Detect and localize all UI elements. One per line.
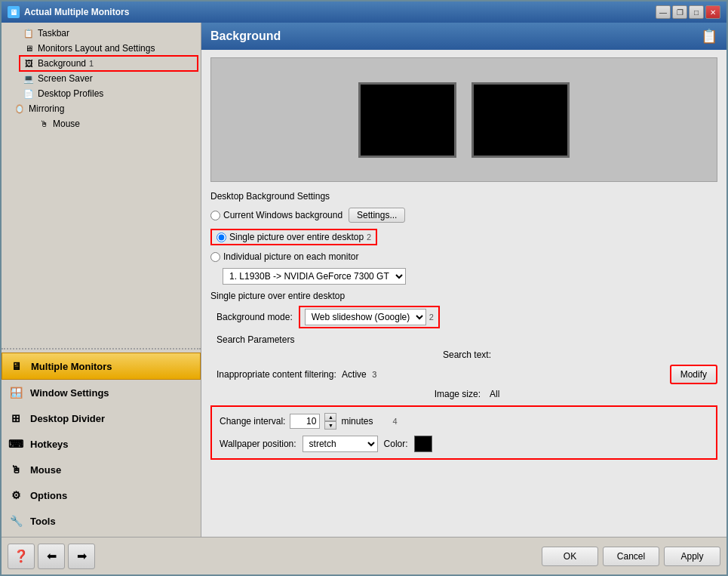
sidebar-item-desktop-profiles-label: Desktop Profiles <box>38 88 103 99</box>
apply-button[interactable]: Apply <box>664 547 720 566</box>
monitor-screen-left <box>358 82 456 158</box>
individual-picture-row: Individual picture on each monitor <box>210 251 717 262</box>
sidebar-item-background-label: Background <box>38 58 86 69</box>
change-interval-label: Change interval: <box>220 416 285 427</box>
mouse-icon: 🖱 <box>38 118 50 130</box>
section-title: Desktop Background Settings <box>210 191 717 202</box>
nav-desktop-divider[interactable]: ⊞ Desktop Divider <box>2 405 201 431</box>
current-windows-bg-row: Current Windows background Settings... <box>210 208 717 223</box>
sidebar-item-screensaver[interactable]: 💻 Screen Saver <box>20 71 198 86</box>
title-bar-buttons: — ❐ □ ✕ <box>656 5 720 19</box>
monitor-select-row: 1. L1930B -> NVIDIA GeForce 7300 GT <box>223 268 717 285</box>
nav-mouse-icon: 🖱 <box>8 461 24 478</box>
nav-multiple-monitors-label: Multiple Monitors <box>31 361 112 372</box>
bg-mode-row: Background mode: Web slideshow (Google) … <box>210 306 717 328</box>
search-text-label: Search text: <box>443 350 491 360</box>
filtering-value: Active <box>342 369 367 380</box>
nav-mouse[interactable]: 🖱 Mouse <box>2 457 201 482</box>
monitor-select[interactable]: 1. L1930B -> NVIDIA GeForce 7300 GT <box>223 268 406 285</box>
modify-button[interactable]: Modify <box>670 365 717 384</box>
nav-hotkeys-icon: ⌨ <box>8 436 24 452</box>
interval-row: Change interval: ▲ ▼ minutes 4 <box>220 413 708 430</box>
bg-mode-label: Background mode: <box>217 312 293 322</box>
window-title: Actual Multiple Monitors <box>24 7 129 17</box>
forward-button[interactable]: ➡ <box>68 544 95 569</box>
image-size-label: Image size: <box>435 389 481 399</box>
bg-mode-badge: 2 <box>429 313 434 322</box>
maximize-button[interactable]: □ <box>689 5 704 19</box>
wallpaper-position-select[interactable]: stretch <box>303 436 378 452</box>
spinner-up-button[interactable]: ▲ <box>324 413 336 421</box>
spinner-down-button[interactable]: ▼ <box>324 421 336 430</box>
cancel-button[interactable]: Cancel <box>603 547 659 566</box>
close-button[interactable]: ✕ <box>705 5 720 19</box>
current-bg-radio[interactable] <box>210 211 220 220</box>
main-window: 🖥 Actual Multiple Monitors — ❐ □ ✕ 📋 Tas… <box>0 0 728 576</box>
sidebar-item-taskbar-label: Taskbar <box>38 28 69 39</box>
nav-options[interactable]: ⚙ Options <box>2 482 201 508</box>
color-label: Color: <box>384 439 408 449</box>
minimize-button[interactable]: — <box>656 5 671 19</box>
nav-options-icon: ⚙ <box>8 487 24 504</box>
sidebar-item-monitors-layout-label: Monitors Layout and Settings <box>38 43 155 54</box>
nav-window-settings[interactable]: 🪟 Window Settings <box>2 380 201 405</box>
taskbar-icon: 📋 <box>23 27 35 39</box>
filtering-left: Inappropriate content filtering: Active … <box>217 369 376 380</box>
left-panel: 📋 Taskbar 🖥 Monitors Layout and Settings… <box>2 23 201 537</box>
subsection-title: Single picture over entire desktop <box>210 291 717 301</box>
single-picture-radio[interactable] <box>217 233 226 242</box>
sidebar-item-mirroring[interactable]: 🪞 Mirroring <box>11 101 198 116</box>
monitor-preview <box>210 57 717 182</box>
restore-button[interactable]: ❐ <box>672 5 687 19</box>
sidebar-item-taskbar[interactable]: 📋 Taskbar <box>20 26 198 41</box>
bottom-bar: ❓ ⬅ ➡ OK Cancel Apply <box>2 537 726 574</box>
sidebar-item-desktop-profiles[interactable]: 📄 Desktop Profiles <box>20 86 198 101</box>
bg-mode-select[interactable]: Web slideshow (Google) <box>305 309 426 325</box>
individual-radio[interactable] <box>210 252 220 262</box>
mirroring-icon: 🪞 <box>14 103 26 115</box>
tree-area: 📋 Taskbar 🖥 Monitors Layout and Settings… <box>2 23 201 348</box>
bottom-icons: ❓ ⬅ ➡ <box>8 544 95 569</box>
single-picture-row: Single picture over entire desktop 2 <box>210 229 717 245</box>
color-swatch[interactable] <box>414 436 432 452</box>
settings-button[interactable]: Settings... <box>349 208 405 223</box>
search-params-box: Search Parameters Search text: Inappropr… <box>217 334 717 399</box>
main-content: 📋 Taskbar 🖥 Monitors Layout and Settings… <box>2 23 726 537</box>
nav-tools[interactable]: 🔧 Tools <box>2 508 201 534</box>
current-bg-radio-label[interactable]: Current Windows background <box>210 210 342 220</box>
single-picture-badge: 2 <box>367 233 371 242</box>
sidebar-item-background[interactable]: 🖼 Background 1 <box>20 56 198 71</box>
nav-hotkeys[interactable]: ⌨ Hotkeys <box>2 431 201 457</box>
spinner-buttons: ▲ ▼ <box>324 413 336 430</box>
search-text-row: Search text: <box>217 350 717 360</box>
desktop-profiles-icon: 📄 <box>23 88 35 100</box>
image-size-value: All <box>490 389 499 399</box>
right-header: Background 📋 <box>201 23 726 50</box>
filtering-badge: 3 <box>372 370 376 379</box>
app-icon: 🖥 <box>8 6 20 18</box>
change-interval-unit: minutes <box>341 416 373 427</box>
search-params-title: Search Parameters <box>217 334 717 345</box>
nav-mouse-label: Mouse <box>30 464 61 476</box>
nav-tools-icon: 🔧 <box>8 513 24 529</box>
change-interval-input[interactable] <box>290 414 320 429</box>
monitor-screen-right <box>472 82 570 158</box>
nav-desktop-divider-icon: ⊞ <box>8 410 24 427</box>
back-button[interactable]: ⬅ <box>38 544 65 569</box>
background-icon: 🖼 <box>23 57 35 69</box>
ok-button[interactable]: OK <box>542 547 598 566</box>
sidebar-item-mouse[interactable]: 🖱 Mouse <box>35 116 198 131</box>
individual-radio-label[interactable]: Individual picture on each monitor <box>210 251 358 262</box>
sidebar-item-monitors-layout[interactable]: 🖥 Monitors Layout and Settings <box>20 41 198 56</box>
help-button[interactable]: ❓ <box>8 544 35 569</box>
nav-buttons: 🖥 Multiple Monitors 🪟 Window Settings ⊞ … <box>2 348 201 537</box>
right-header-icon: 📋 <box>701 28 717 45</box>
change-interval-box: Change interval: ▲ ▼ minutes 4 Wallpaper… <box>210 405 717 460</box>
wallpaper-row: Wallpaper position: stretch Color: <box>220 436 708 452</box>
nav-multiple-monitors[interactable]: 🖥 Multiple Monitors <box>2 353 201 380</box>
sidebar-item-mirroring-label: Mirroring <box>29 103 64 114</box>
title-bar-left: 🖥 Actual Multiple Monitors <box>8 6 129 18</box>
nav-window-settings-label: Window Settings <box>30 387 109 399</box>
right-panel: Background 📋 Desktop Background Settings… <box>201 23 726 537</box>
image-size-row: Image size: All <box>217 389 717 399</box>
